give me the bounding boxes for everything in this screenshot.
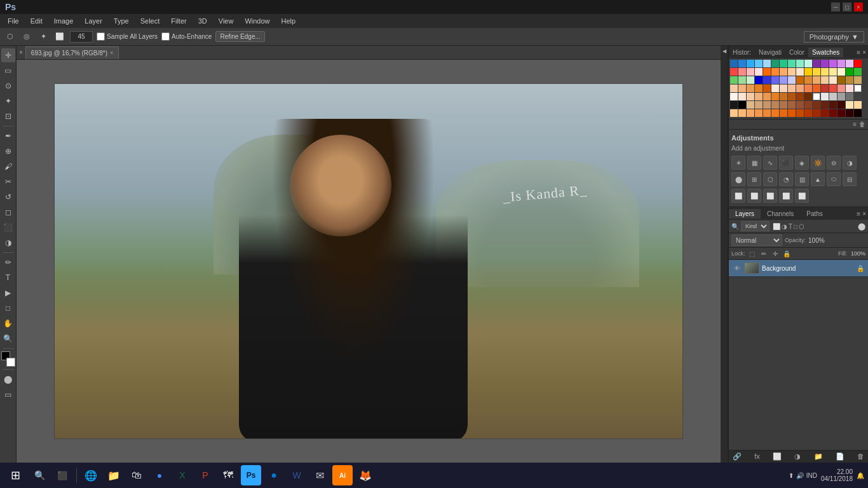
swatch-cell[interactable] [788, 85, 796, 92]
background-color[interactable] [6, 358, 15, 367]
swatch-cell[interactable] [796, 76, 804, 84]
tool-hand[interactable]: ✋ [1, 316, 15, 330]
taskbar-chrome[interactable]: ● [149, 465, 170, 485]
swatch-cell[interactable] [813, 101, 820, 109]
swatch-cell[interactable] [730, 93, 738, 100]
swatch-cell[interactable] [804, 76, 812, 84]
layer-visibility-icon[interactable]: 👁 [733, 264, 742, 273]
swatch-cell[interactable] [747, 101, 754, 109]
refine-edge-button[interactable]: Refine Edge... [215, 31, 264, 42]
swatch-cell[interactable] [780, 76, 787, 84]
swatch-cell[interactable] [829, 60, 837, 67]
swatch-cell[interactable] [813, 109, 820, 117]
lock-transparent-icon[interactable]: ⬚ [748, 249, 757, 258]
filter-toggle[interactable]: ⬤ [858, 222, 865, 231]
lock-image-icon[interactable]: ✏ [759, 249, 768, 258]
swatch-cell[interactable] [738, 109, 746, 117]
lock-all-icon[interactable]: 🔒 [782, 249, 791, 258]
swatch-cell[interactable] [854, 93, 862, 100]
swatch-cell[interactable] [788, 101, 796, 109]
adjust-filter-icon[interactable]: ◑ [782, 223, 787, 230]
taskbar-word[interactable]: W [287, 465, 307, 485]
taskbar-excel[interactable]: X [172, 465, 193, 485]
tool-clone[interactable]: ✂ [1, 175, 15, 189]
swatch-cell[interactable] [846, 85, 853, 92]
canvas-tab-close[interactable]: × [110, 50, 113, 56]
tab-color[interactable]: Color [785, 48, 808, 57]
swatch-cell[interactable] [854, 85, 862, 92]
tool-gradient[interactable]: ⬛ [1, 220, 15, 234]
swatch-trash-icon[interactable]: 🗑 [859, 121, 865, 128]
swatch-cell[interactable] [804, 101, 812, 109]
layers-panel-menu-icon[interactable]: ≡ [857, 210, 860, 217]
tool-mask[interactable]: ⬤ [1, 372, 15, 386]
taskbar-ps[interactable]: Ps [241, 465, 261, 485]
menu-filter[interactable]: Filter [166, 16, 191, 26]
tray-sound-icon[interactable]: 🔊 [796, 472, 804, 479]
menu-3d[interactable]: 3D [193, 16, 212, 26]
adj-extra-2[interactable]: ⬜ [747, 189, 761, 203]
titlebar-controls[interactable]: ─ □ × [831, 3, 863, 11]
close-button[interactable]: × [854, 3, 863, 11]
swatch-cell[interactable] [730, 101, 738, 109]
menu-help[interactable]: Help [276, 16, 301, 26]
taskbar-ppt[interactable]: P [195, 465, 215, 485]
taskbar-maps[interactable]: 🗺 [218, 465, 238, 485]
swatch-cell[interactable] [788, 60, 796, 67]
tool-pen[interactable]: ✏ [1, 255, 15, 269]
delete-layer-button[interactable]: 🗑 [857, 452, 864, 461]
swatch-cell[interactable] [813, 93, 820, 100]
adj-exposure[interactable]: ⬛ [779, 156, 793, 170]
swatch-cell[interactable] [796, 101, 804, 109]
swatch-cell[interactable] [829, 101, 837, 109]
adj-levels[interactable]: ▦ [747, 156, 761, 170]
minimize-button[interactable]: ─ [831, 3, 840, 11]
add-mask-button[interactable]: ⬜ [773, 452, 782, 461]
swatch-cell[interactable] [771, 68, 779, 76]
adj-color-balance[interactable]: ⊖ [827, 156, 841, 170]
swatch-cell[interactable] [738, 85, 746, 92]
adj-selective-color[interactable]: ⊟ [843, 172, 857, 186]
menu-layer[interactable]: Layer [79, 16, 107, 26]
swatch-cell[interactable] [846, 76, 853, 84]
swatch-cell[interactable] [738, 60, 746, 67]
swatch-cell[interactable] [771, 101, 779, 109]
adj-extra-3[interactable]: ⬜ [763, 189, 777, 203]
menu-edit[interactable]: Edit [25, 16, 48, 26]
layer-row-background[interactable]: 👁 Background 🔒 [729, 260, 868, 277]
swatch-cell[interactable] [747, 60, 754, 67]
swatch-cell[interactable] [804, 109, 812, 117]
swatch-cell[interactable] [813, 68, 820, 76]
menu-select[interactable]: Select [135, 16, 165, 26]
brush-size-field[interactable]: 45 [70, 31, 93, 43]
swatch-cell[interactable] [813, 85, 820, 92]
swatch-cell[interactable] [813, 76, 820, 84]
menu-view[interactable]: View [214, 16, 239, 26]
swatch-cell[interactable] [837, 60, 845, 67]
tool-crop[interactable]: ⊡ [1, 109, 15, 123]
swatch-cell[interactable] [755, 85, 763, 92]
swatch-cell[interactable] [747, 85, 754, 92]
swatch-cell[interactable] [780, 85, 787, 92]
swatch-cell[interactable] [738, 68, 746, 76]
shape-filter-icon[interactable]: □ [794, 223, 797, 230]
start-button[interactable]: ⊞ [4, 464, 27, 487]
swatch-cell[interactable] [763, 60, 771, 67]
tool-eyedropper[interactable]: ✒ [1, 129, 15, 143]
swatch-cell[interactable] [730, 68, 738, 76]
swatch-cell[interactable] [854, 109, 862, 117]
taskbar-store[interactable]: 🛍 [126, 465, 147, 485]
swatch-cell[interactable] [837, 68, 845, 76]
panel-close-icon[interactable]: × [862, 49, 866, 56]
swatch-cell[interactable] [755, 68, 763, 76]
add-style-button[interactable]: fx [754, 452, 760, 461]
tool-marquee[interactable]: ▭ [1, 64, 15, 78]
swatch-cell[interactable] [763, 101, 771, 109]
canvas-tab[interactable]: 693.jpg @ 16,7% (RGB/8*) × [25, 46, 119, 59]
swatch-cell[interactable] [747, 93, 754, 100]
adj-extra-4[interactable]: ⬜ [779, 189, 793, 203]
tray-network-icon[interactable]: ⬆ [789, 472, 794, 479]
swatch-cell[interactable] [821, 85, 829, 92]
taskbar-clock[interactable]: 22.00 04/11/2018 [821, 468, 853, 482]
swatch-cell[interactable] [813, 60, 820, 67]
